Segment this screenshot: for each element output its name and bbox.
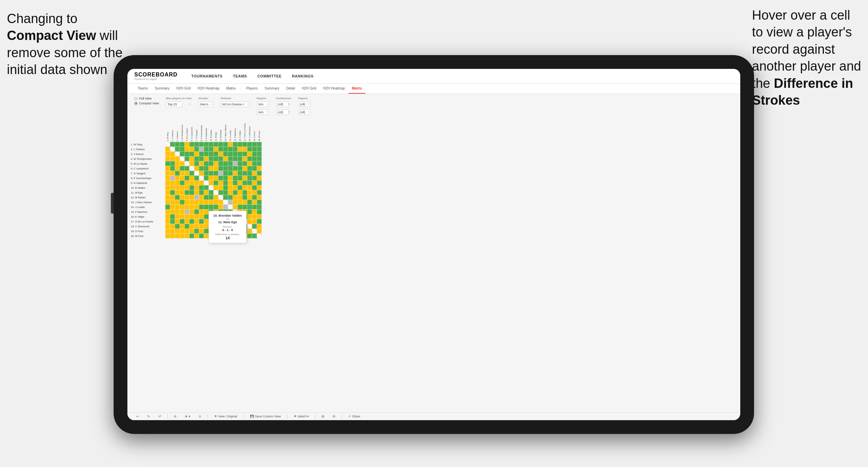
cell-11-16[interactable]: [238, 190, 242, 195]
cell-2-19[interactable]: [252, 147, 257, 152]
cell-9-16[interactable]: [238, 180, 242, 185]
cell-14-20[interactable]: [257, 205, 262, 209]
cell-10-18[interactable]: [247, 185, 252, 190]
cell-19-8[interactable]: [199, 229, 204, 234]
cell-13-6[interactable]: [189, 200, 194, 205]
cell-8-20[interactable]: [257, 176, 262, 180]
cell-10-6[interactable]: [189, 185, 194, 190]
radio-full-view[interactable]: [134, 97, 137, 100]
cell-13-17[interactable]: [242, 200, 247, 205]
cell-7-17[interactable]: [242, 171, 247, 176]
cell-11-12[interactable]: [218, 190, 223, 195]
cell-14-4[interactable]: [180, 205, 185, 209]
cell-14-19[interactable]: [252, 205, 257, 209]
subnav-teams[interactable]: Teams: [134, 84, 151, 94]
cell-9-6[interactable]: [189, 180, 194, 185]
cell-6-4[interactable]: [180, 166, 185, 171]
cell-11-4[interactable]: [180, 190, 185, 195]
subnav-h2h-grid2[interactable]: H2H Grid: [299, 84, 320, 94]
cell-1-7[interactable]: [194, 142, 199, 147]
cell-4-2[interactable]: [170, 156, 175, 161]
cell-4-8[interactable]: [199, 156, 204, 161]
cell-3-18[interactable]: [247, 152, 252, 156]
cell-17-1[interactable]: [165, 219, 170, 224]
region-select2-wrapper[interactable]: N/A: [257, 108, 269, 115]
cell-4-11[interactable]: [213, 156, 218, 161]
redo-button1[interactable]: ↻: [145, 414, 152, 419]
cell-7-14[interactable]: [228, 171, 233, 176]
cell-7-11[interactable]: [213, 171, 218, 176]
cell-12-16[interactable]: [238, 195, 242, 200]
cell-13-20[interactable]: [257, 200, 262, 205]
cell-2-5[interactable]: [185, 147, 189, 152]
max-players-select-wrapper[interactable]: Top 25: [166, 101, 192, 107]
cell-3-1[interactable]: [165, 152, 170, 156]
view-option-full[interactable]: Full View: [134, 97, 159, 100]
cell-5-4[interactable]: [180, 161, 185, 166]
cell-6-3[interactable]: [175, 166, 180, 171]
cell-6-18[interactable]: [247, 166, 252, 171]
cell-8-5[interactable]: [185, 176, 189, 180]
cell-13-15[interactable]: [233, 200, 238, 205]
cell-5-17[interactable]: [242, 161, 247, 166]
cell-20-7[interactable]: [194, 234, 199, 238]
cell-11-6[interactable]: [189, 190, 194, 195]
cell-1-1[interactable]: [165, 142, 170, 147]
subnav-h2h-heatmap2[interactable]: H2H Heatmap: [320, 84, 348, 94]
cell-7-20[interactable]: [257, 171, 262, 176]
cell-7-10[interactable]: [209, 171, 213, 176]
cell-3-19[interactable]: [252, 152, 257, 156]
cell-2-3[interactable]: [175, 147, 180, 152]
cell-12-6[interactable]: [189, 195, 194, 200]
cell-10-9[interactable]: [204, 185, 209, 190]
cell-9-13[interactable]: [223, 180, 228, 185]
subnav-h2h-heatmap1[interactable]: H2H Heatmap: [194, 84, 223, 94]
cell-5-6[interactable]: [189, 161, 194, 166]
cell-12-3[interactable]: [175, 195, 180, 200]
cell-16-6[interactable]: [189, 214, 194, 219]
cell-12-9[interactable]: [204, 195, 209, 200]
cell-3-6[interactable]: [189, 152, 194, 156]
save-custom-button[interactable]: 💾 Save Custom View: [248, 414, 283, 419]
cell-2-16[interactable]: [238, 147, 242, 152]
cell-16-20[interactable]: [257, 214, 262, 219]
cell-3-3[interactable]: [175, 152, 180, 156]
toolbar-grid-icon[interactable]: ⊞: [320, 414, 326, 419]
cell-1-2[interactable]: [170, 142, 175, 147]
cell-13-8[interactable]: [199, 200, 204, 205]
cell-1-13[interactable]: [223, 142, 228, 147]
players-select[interactable]: (All): [298, 102, 311, 107]
toolbar-icon-2[interactable]: ⊕ ▾: [183, 414, 192, 419]
cell-5-16[interactable]: [238, 161, 242, 166]
cell-4-7[interactable]: [194, 156, 199, 161]
cell-10-12[interactable]: [218, 185, 223, 190]
cell-2-6[interactable]: [189, 147, 194, 152]
cell-11-5[interactable]: [185, 190, 189, 195]
cell-6-1[interactable]: [165, 166, 170, 171]
cell-15-1[interactable]: [165, 209, 170, 214]
cell-1-3[interactable]: [175, 142, 180, 147]
cell-4-17[interactable]: [242, 156, 247, 161]
cell-11-8[interactable]: [199, 190, 204, 195]
cell-20-4[interactable]: [180, 234, 185, 238]
region-select[interactable]: N/A: [257, 102, 269, 107]
cell-1-4[interactable]: [180, 142, 185, 147]
cell-4-4[interactable]: [180, 156, 185, 161]
cell-9-20[interactable]: [257, 180, 262, 185]
cell-9-9[interactable]: [204, 180, 209, 185]
cell-13-19[interactable]: [252, 200, 257, 205]
cell-1-18[interactable]: [247, 142, 252, 147]
cell-10-14[interactable]: [228, 185, 233, 190]
cell-18-2[interactable]: [170, 224, 175, 229]
cell-14-16[interactable]: [238, 205, 242, 209]
cell-6-17[interactable]: [242, 166, 247, 171]
cell-11-17[interactable]: [242, 190, 247, 195]
cell-9-1[interactable]: [165, 180, 170, 185]
cell-20-2[interactable]: [170, 234, 175, 238]
cell-10-17[interactable]: [242, 185, 247, 190]
cell-11-19[interactable]: [252, 190, 257, 195]
cell-4-10[interactable]: [209, 156, 213, 161]
cell-3-9[interactable]: [204, 152, 209, 156]
cell-12-14[interactable]: [228, 195, 233, 200]
cell-1-20[interactable]: [257, 142, 262, 147]
